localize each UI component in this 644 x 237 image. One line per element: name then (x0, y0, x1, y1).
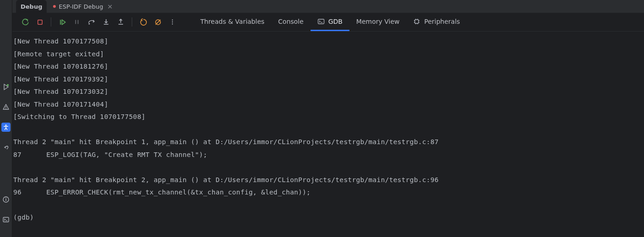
modified-dot-icon (53, 5, 56, 8)
step-into-button[interactable] (100, 16, 113, 28)
tab-debug[interactable]: Debug (16, 0, 47, 13)
tab-esp-idf-debug[interactable]: ESP-IDF Debug (48, 0, 117, 13)
rerun-button[interactable] (19, 16, 32, 28)
close-icon[interactable] (107, 4, 113, 9)
tab-console[interactable]: Console (271, 13, 311, 31)
svg-point-4 (5, 124, 7, 126)
tab-gdb[interactable]: GDB (311, 13, 349, 31)
tab-label: Debug (21, 3, 42, 10)
view-tab-label: Memory View (356, 18, 400, 25)
terminal-icon (317, 18, 325, 25)
svg-point-3 (5, 108, 6, 109)
view-tab-label: Threads & Variables (200, 18, 264, 25)
info-icon[interactable] (1, 195, 11, 204)
svg-point-1 (7, 84, 9, 86)
run-icon[interactable] (1, 82, 11, 92)
svg-marker-14 (62, 20, 65, 25)
tab-threads-variables[interactable]: Threads & Variables (193, 13, 271, 31)
view-tab-label: GDB (328, 18, 343, 25)
svg-rect-8 (3, 217, 9, 222)
view-tab-label: Console (278, 18, 304, 25)
mute-breakpoints-button[interactable] (151, 16, 164, 28)
svg-point-17 (89, 23, 90, 25)
gdb-console[interactable]: [New Thread 1070177508] [Remote target e… (12, 32, 644, 237)
toolbar-separator (51, 17, 51, 27)
panel-tabstrip: Debug ESP-IDF Debug (12, 0, 644, 13)
app-root: Debug ESP-IDF Debug (0, 0, 644, 237)
accessibility-icon[interactable] (1, 123, 11, 132)
warning-icon[interactable] (1, 102, 11, 112)
left-tool-rail (0, 0, 12, 237)
tab-memory-view[interactable]: Memory View (349, 13, 407, 31)
svg-point-25 (172, 22, 173, 22)
pause-button[interactable] (70, 16, 83, 28)
toolbar-separator (132, 17, 132, 27)
step-over-button[interactable] (85, 16, 98, 28)
tab-label: ESP-IDF Debug (59, 3, 103, 10)
step-out-button[interactable] (114, 16, 127, 28)
terminal-icon[interactable] (1, 215, 11, 224)
tab-peripherals[interactable]: Peripherals (406, 13, 467, 31)
chip-icon (413, 18, 420, 25)
back-icon[interactable] (1, 143, 11, 152)
svg-point-26 (172, 23, 173, 24)
debug-panel: Debug ESP-IDF Debug (12, 0, 644, 237)
view-tab-label: Peripherals (424, 18, 460, 25)
resume-button[interactable] (56, 16, 69, 28)
view-tabs: Threads & Variables Console GDB Memory V… (193, 13, 467, 31)
stop-button[interactable] (33, 16, 46, 28)
more-button[interactable] (166, 16, 179, 28)
svg-point-6 (5, 198, 6, 199)
reset-button[interactable] (137, 16, 150, 28)
svg-rect-29 (415, 20, 419, 23)
svg-rect-27 (318, 19, 324, 24)
debug-toolbar: Threads & Variables Console GDB Memory V… (12, 13, 644, 32)
svg-point-24 (172, 19, 173, 20)
svg-rect-12 (38, 20, 42, 24)
